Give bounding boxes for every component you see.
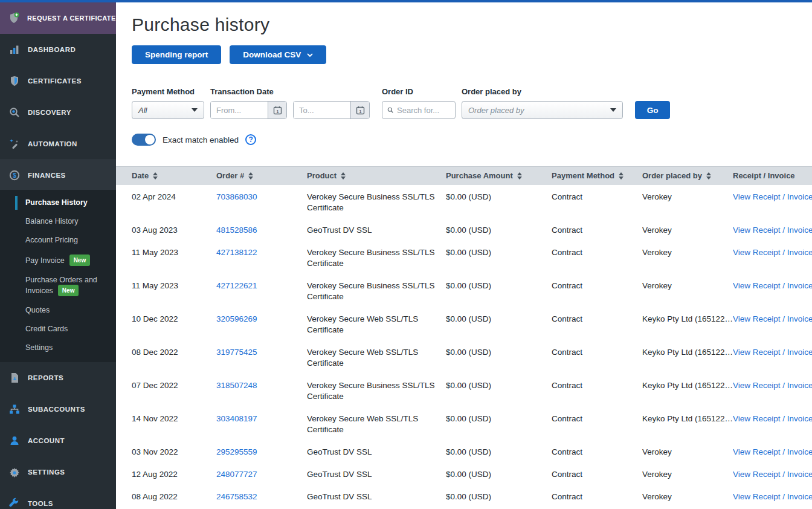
sidebar-subitem-account-pricing[interactable]: Account Pricing: [0, 231, 116, 250]
cell-product: Verokey Secure Web SSL/TLS Certificate: [307, 407, 446, 440]
sidebar-item-label: SETTINGS: [28, 468, 65, 476]
order-link[interactable]: 303408197: [216, 414, 257, 423]
column-header-purchase-amount[interactable]: Purchase Amount: [446, 167, 552, 185]
sidebar-subitem-purchase-orders-and-invoices[interactable]: Purchase Orders and InvoicesNew: [0, 271, 116, 301]
order-link[interactable]: 246758532: [216, 492, 257, 501]
order-placed-by-placeholder: Order placed by: [468, 106, 524, 115]
cell-date: 03 Aug 2023: [116, 218, 216, 241]
sidebar-item-label: AUTOMATION: [28, 140, 77, 148]
payment-method-select[interactable]: All: [132, 101, 204, 119]
column-header-product[interactable]: Product: [307, 167, 446, 185]
help-icon[interactable]: ?: [245, 134, 256, 145]
calendar-from-button[interactable]: 1: [268, 102, 286, 118]
sort-icon: [341, 172, 346, 180]
view-receipt-link[interactable]: View Receipt / Invoice: [733, 447, 812, 456]
cell-order-number: 481528586: [216, 218, 307, 241]
request-certificate-button[interactable]: REQUEST A CERTIFICATE: [0, 2, 116, 34]
sidebar-subitem-settings[interactable]: Settings: [0, 339, 116, 357]
sort-icon: [706, 172, 711, 180]
cell-purchase-amount: $0.00 (USD): [446, 407, 552, 440]
sidebar-item-automation[interactable]: AUTOMATION: [0, 128, 116, 160]
cell-payment-method: Contract: [552, 241, 642, 274]
cell-date: 12 Aug 2022: [116, 462, 216, 485]
sidebar-item-finances[interactable]: $ FINANCES: [0, 160, 116, 190]
sidebar-subitem-quotes[interactable]: Quotes: [0, 301, 116, 320]
exact-match-toggle[interactable]: [132, 134, 156, 146]
column-header-payment-method[interactable]: Payment Method: [552, 167, 642, 185]
cell-product: Verokey Secure Web SSL/TLS Certificate: [307, 340, 446, 374]
column-header-order-placed-by[interactable]: Order placed by: [642, 167, 733, 185]
cell-product: Verokey Secure Business SSL/TLS Certific…: [307, 374, 446, 407]
view-receipt-link[interactable]: View Receipt / Invoice: [733, 248, 812, 257]
view-receipt-link[interactable]: View Receipt / Invoice: [733, 281, 812, 290]
view-receipt-link[interactable]: View Receipt / Invoice: [733, 192, 812, 201]
table-row: 08 Aug 2022246758532GeoTrust DV SSL$0.00…: [116, 485, 812, 507]
table-row: 03 Nov 2022295295559GeoTrust DV SSL$0.00…: [116, 440, 812, 462]
dropdown-arrow-icon: [610, 108, 616, 112]
order-link[interactable]: 319775425: [216, 348, 257, 357]
date-from-field: 1: [210, 101, 287, 119]
order-link[interactable]: 248077727: [216, 470, 257, 479]
sort-icon: [619, 172, 624, 180]
sidebar-item-certificates[interactable]: CERTIFICATES: [0, 65, 116, 97]
discovery-icon: [8, 106, 21, 118]
cell-order-placed-by: Keyko Pty Ltd (165122…: [642, 340, 733, 374]
date-to-input[interactable]: [294, 102, 350, 118]
view-receipt-link[interactable]: View Receipt / Invoice: [733, 381, 812, 390]
view-receipt-link[interactable]: View Receipt / Invoice: [733, 470, 812, 479]
calendar-to-button[interactable]: 1: [350, 102, 369, 118]
payment-method-label: Payment Method: [132, 87, 204, 96]
sidebar-item-settings[interactable]: SETTINGS: [0, 456, 116, 488]
sidebar-item-discovery[interactable]: DISCOVERY: [0, 97, 116, 128]
svg-text:1: 1: [276, 109, 279, 113]
cell-date: 08 Aug 2022: [116, 485, 216, 507]
sidebar-subitem-balance-history[interactable]: Balance History: [0, 212, 116, 231]
cell-payment-method: Contract: [552, 440, 642, 462]
cell-product: Verokey Secure Business SSL/TLS Certific…: [307, 241, 446, 274]
order-link[interactable]: 427138122: [216, 248, 257, 257]
order-link[interactable]: 481528586: [216, 225, 257, 235]
cell-purchase-amount: $0.00 (USD): [446, 218, 552, 241]
cell-receipt-invoice: View Receipt / Invoice: [733, 307, 812, 340]
sidebar-item-reports[interactable]: REPORTS: [0, 362, 116, 394]
spending-report-button[interactable]: Spending report: [132, 45, 221, 64]
dashboard-icon: [8, 44, 21, 56]
cell-payment-method: Contract: [552, 374, 642, 407]
new-badge: New: [69, 254, 91, 266]
sidebar-subitem-pay-invoice[interactable]: Pay InvoiceNew: [0, 250, 116, 271]
date-from-input[interactable]: [211, 102, 268, 118]
sidebar-item-label: ACCOUNT: [28, 437, 65, 444]
order-id-input[interactable]: [397, 106, 450, 115]
order-link[interactable]: 320596269: [216, 314, 257, 323]
cell-purchase-amount: $0.00 (USD): [446, 340, 552, 374]
sidebar-item-dashboard[interactable]: DASHBOARD: [0, 34, 116, 65]
tools-icon: [8, 498, 21, 509]
sidebar-subitem-purchase-history[interactable]: Purchase History: [0, 193, 116, 212]
column-header-order-#[interactable]: Order #: [216, 167, 307, 185]
download-csv-button[interactable]: Download CSV: [230, 45, 326, 64]
order-link[interactable]: 427122621: [216, 281, 257, 290]
sidebar-item-tools[interactable]: TOOLS: [0, 488, 116, 509]
page-title: Purchase history: [132, 15, 812, 35]
column-label: Receipt / Invoice: [733, 171, 795, 180]
order-link[interactable]: 703868030: [216, 192, 257, 201]
cell-date: 11 May 2023: [116, 241, 216, 274]
view-receipt-link[interactable]: View Receipt / Invoice: [733, 225, 812, 235]
view-receipt-link[interactable]: View Receipt / Invoice: [733, 492, 812, 501]
table-row: 10 Dec 2022320596269Verokey Secure Web S…: [116, 307, 812, 340]
cell-purchase-amount: $0.00 (USD): [446, 274, 552, 307]
view-receipt-link[interactable]: View Receipt / Invoice: [733, 314, 812, 323]
column-header-date[interactable]: Date: [116, 167, 216, 185]
view-receipt-link[interactable]: View Receipt / Invoice: [733, 348, 812, 357]
order-link[interactable]: 295295559: [216, 447, 257, 456]
sidebar-subitem-credit-cards[interactable]: Credit Cards: [0, 320, 116, 339]
subitem-label: Settings: [25, 343, 53, 352]
go-button[interactable]: Go: [635, 101, 670, 119]
sidebar-item-account[interactable]: ACCOUNT: [0, 425, 116, 456]
order-placed-by-select[interactable]: Order placed by: [462, 101, 623, 119]
order-link[interactable]: 318507248: [216, 381, 257, 390]
table-row: 08 Dec 2022319775425Verokey Secure Web S…: [116, 340, 812, 374]
spending-report-label: Spending report: [145, 50, 208, 59]
sidebar-item-subaccounts[interactable]: SUBACCOUNTS: [0, 394, 116, 425]
view-receipt-link[interactable]: View Receipt / Invoice: [733, 414, 812, 423]
